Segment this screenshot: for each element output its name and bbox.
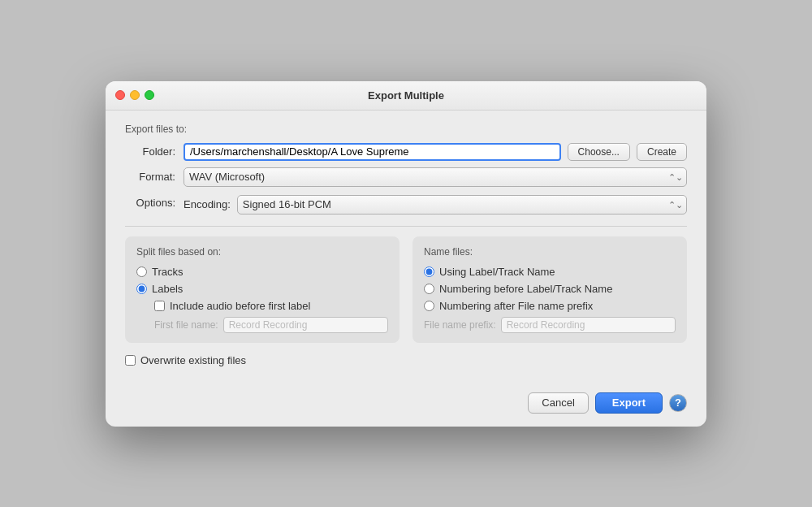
encoding-label: Encoding: (184, 198, 231, 210)
title-bar: Export Multiple (106, 81, 706, 110)
first-file-name-label: First file name: (154, 319, 218, 331)
encoding-select[interactable]: Signed 16-bit PCM Signed 24-bit PCM Sign… (237, 195, 687, 214)
overwrite-row: Overwrite existing files (125, 354, 687, 366)
divider (125, 226, 687, 227)
create-button[interactable]: Create (637, 143, 687, 161)
format-select[interactable]: WAV (Microsoft) AIFF (Apple) MP3 OGG Vor… (184, 167, 687, 187)
minimize-button[interactable] (130, 90, 140, 100)
help-button[interactable]: ? (669, 394, 687, 412)
split-name-container: Split files based on: Tracks Labels Incl… (125, 236, 687, 343)
using-label-radio[interactable] (424, 266, 434, 277)
format-select-wrapper: WAV (Microsoft) AIFF (Apple) MP3 OGG Vor… (184, 167, 687, 187)
close-button[interactable] (115, 90, 125, 100)
include-audio-label[interactable]: Include audio before first label (170, 300, 310, 312)
format-row: Format: WAV (Microsoft) AIFF (Apple) MP3… (125, 167, 687, 187)
include-audio-row: Include audio before first label (154, 300, 388, 312)
split-section-label: Split files based on: (136, 246, 388, 258)
dialog-footer: Cancel Export ? (106, 383, 706, 427)
numbering-before-radio[interactable] (424, 284, 434, 294)
numbering-after-row: Numbering after File name prefix (424, 300, 676, 312)
file-name-prefix-row: File name prefix: (424, 317, 676, 333)
encoding-select-wrapper: Signed 16-bit PCM Signed 24-bit PCM Sign… (237, 195, 687, 214)
overwrite-checkbox[interactable] (125, 355, 136, 366)
first-file-name-row: First file name: (154, 317, 388, 333)
folder-label: Folder: (125, 145, 175, 158)
split-section: Split files based on: Tracks Labels Incl… (125, 236, 400, 343)
numbering-after-label[interactable]: Numbering after File name prefix (439, 300, 593, 312)
labels-radio-label[interactable]: Labels (152, 283, 183, 295)
using-label-row: Using Label/Track Name (424, 266, 676, 278)
name-section: Name files: Using Label/Track Name Numbe… (412, 236, 687, 343)
labels-radio[interactable] (136, 284, 147, 294)
export-button[interactable]: Export (595, 392, 663, 414)
options-row: Options: Encoding: Signed 16-bit PCM Sig… (125, 195, 687, 214)
using-label-radio-label[interactable]: Using Label/Track Name (439, 266, 555, 278)
dialog-body: Export files to: Folder: Choose... Creat… (106, 110, 706, 383)
file-name-prefix-label: File name prefix: (424, 319, 496, 331)
export-multiple-dialog: Export Multiple Export files to: Folder:… (106, 81, 706, 427)
export-files-label: Export files to: (125, 124, 687, 135)
choose-button[interactable]: Choose... (568, 143, 630, 161)
labels-radio-row: Labels (136, 283, 388, 295)
include-audio-checkbox[interactable] (154, 301, 165, 311)
first-file-name-input[interactable] (223, 317, 388, 333)
window-controls (115, 90, 154, 100)
file-name-prefix-input[interactable] (501, 317, 676, 333)
folder-row: Folder: Choose... Create (125, 143, 687, 161)
options-label: Options: (125, 195, 175, 209)
tracks-radio-row: Tracks (136, 266, 388, 278)
cancel-button[interactable]: Cancel (528, 392, 588, 414)
numbering-before-row: Numbering before Label/Track Name (424, 283, 676, 295)
tracks-radio[interactable] (136, 266, 147, 277)
numbering-after-radio[interactable] (424, 301, 434, 311)
folder-input[interactable] (184, 143, 561, 161)
encoding-area: Encoding: Signed 16-bit PCM Signed 24-bi… (184, 195, 687, 214)
name-section-label: Name files: (424, 246, 676, 258)
dialog-title: Export Multiple (368, 89, 444, 102)
overwrite-label[interactable]: Overwrite existing files (140, 354, 246, 366)
numbering-before-label[interactable]: Numbering before Label/Track Name (439, 283, 612, 295)
format-label: Format: (125, 171, 175, 183)
tracks-radio-label[interactable]: Tracks (152, 266, 184, 278)
maximize-button[interactable] (145, 90, 154, 100)
